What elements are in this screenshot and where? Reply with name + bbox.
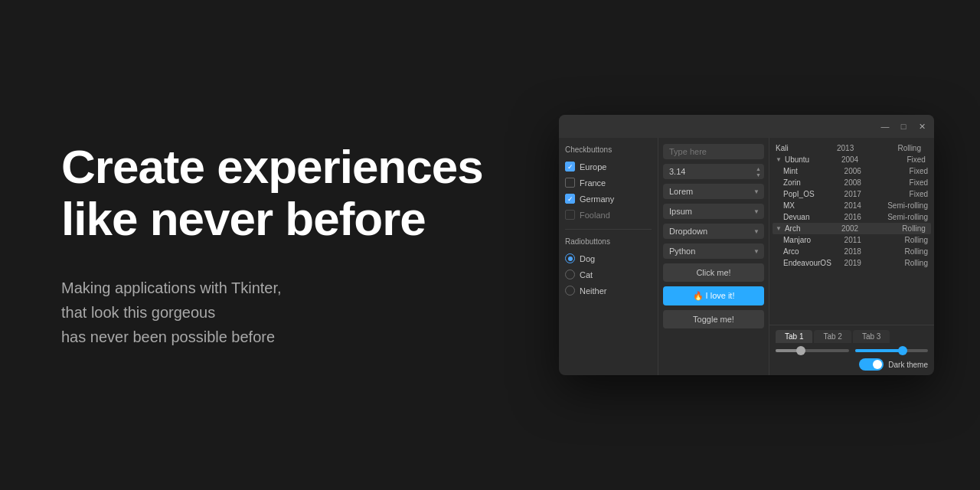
radiobuttons-label: Radiobuttons bbox=[565, 237, 652, 246]
radio-dog-circle[interactable] bbox=[565, 253, 575, 263]
checkbox-fooland-box[interactable] bbox=[565, 210, 575, 220]
radio-neither-circle[interactable] bbox=[565, 286, 575, 296]
list-item-zorin[interactable]: Zorin 2008 Fixed bbox=[773, 177, 931, 188]
tab-3-button[interactable]: Tab 3 bbox=[853, 330, 890, 343]
dropdown-lorem: Lorem ▼ bbox=[663, 184, 764, 199]
left-panel: Checkbuttons Europe France Germany Foola… bbox=[559, 138, 658, 375]
radio-dog[interactable]: Dog bbox=[565, 252, 652, 265]
list-item-endeavouros[interactable]: EndeavourOS 2019 Rolling bbox=[773, 257, 931, 269]
app-window: — □ ✕ Checkbuttons Europe France Germany… bbox=[559, 115, 934, 375]
radio-cat-circle[interactable] bbox=[565, 270, 575, 279]
app-body: Checkbuttons Europe France Germany Foola… bbox=[559, 138, 934, 375]
distro-list[interactable]: Kali 2013 Rolling ▼ Ubuntu 2004 Fixed Mi… bbox=[769, 138, 934, 325]
title-bar: — □ ✕ bbox=[559, 115, 934, 138]
tab-1-button[interactable]: Tab 1 bbox=[776, 330, 812, 343]
radio-neither[interactable]: Neither bbox=[565, 284, 652, 297]
checkbox-fooland-label: Fooland bbox=[580, 211, 610, 220]
left-section: Create experiences like never before Mak… bbox=[61, 141, 490, 349]
dropdown-ipsum-select[interactable]: Ipsum bbox=[663, 204, 764, 219]
checkbox-france[interactable]: France bbox=[565, 176, 652, 189]
list-item-arch[interactable]: ▼ Arch 2002 Rolling bbox=[773, 223, 931, 234]
checkbuttons-label: Checkbuttons bbox=[565, 145, 652, 154]
middle-panel: ▲ ▼ Lorem ▼ Ipsum ▼ Dropdown bbox=[658, 138, 769, 375]
list-item-mint[interactable]: Mint 2006 Fixed bbox=[773, 165, 931, 177]
checkbox-germany-box[interactable] bbox=[565, 194, 575, 204]
click-me-button[interactable]: Click me! bbox=[663, 263, 764, 282]
toggle-button[interactable]: Toggle me! bbox=[663, 310, 764, 328]
list-item-kali[interactable]: Kali 2013 Rolling bbox=[773, 142, 931, 154]
dropdown-ipsum: Ipsum ▼ bbox=[663, 204, 764, 219]
list-item-mx[interactable]: MX 2014 Semi-rolling bbox=[773, 200, 931, 211]
dropdown-dropdown-select[interactable]: Dropdown bbox=[663, 224, 764, 239]
checkbox-fooland[interactable]: Fooland bbox=[565, 208, 652, 221]
tab-2-button[interactable]: Tab 2 bbox=[814, 330, 851, 343]
checkbox-europe-label: Europe bbox=[580, 162, 606, 172]
text-input[interactable] bbox=[663, 144, 764, 159]
love-button[interactable]: 🔥 I love it! bbox=[663, 286, 764, 305]
right-panel: Kali 2013 Rolling ▼ Ubuntu 2004 Fixed Mi… bbox=[769, 138, 934, 375]
subheadline: Making applications with Tkinter, that l… bbox=[61, 276, 490, 349]
slider-2-thumb[interactable] bbox=[898, 346, 907, 355]
radio-dog-label: Dog bbox=[580, 254, 595, 263]
toggle-knob bbox=[873, 360, 882, 369]
list-item-poplos[interactable]: PopI_OS 2017 Fixed bbox=[773, 188, 931, 200]
dark-theme-row: Dark theme bbox=[776, 357, 928, 372]
arch-expand-arrow: ▼ bbox=[776, 225, 782, 232]
dark-theme-toggle[interactable] bbox=[859, 358, 884, 371]
checkbox-europe[interactable]: Europe bbox=[565, 160, 652, 173]
maximize-button[interactable]: □ bbox=[897, 120, 910, 132]
spinbox-arrows: ▲ ▼ bbox=[756, 166, 761, 178]
sliders-row bbox=[776, 349, 928, 352]
spinbox-down-arrow[interactable]: ▼ bbox=[756, 172, 761, 178]
dark-theme-label: Dark theme bbox=[888, 361, 928, 369]
separator bbox=[565, 229, 652, 230]
slider-2-track[interactable] bbox=[855, 349, 929, 352]
list-item-arco[interactable]: Arco 2018 Rolling bbox=[773, 246, 931, 257]
dropdown-lorem-select[interactable]: Lorem bbox=[663, 184, 764, 199]
slider-2-fill bbox=[855, 349, 903, 352]
headline: Create experiences like never before bbox=[61, 141, 490, 245]
list-item-manjaro[interactable]: Manjaro 2011 Rolling bbox=[773, 234, 931, 246]
tabs-area: Tab 1 Tab 2 Tab 3 bbox=[769, 325, 934, 375]
checkbox-europe-box[interactable] bbox=[565, 162, 575, 172]
checkbox-germany-label: Germany bbox=[580, 194, 614, 204]
list-item-devuan[interactable]: Devuan 2016 Semi-rolling bbox=[773, 211, 931, 223]
radio-neither-label: Neither bbox=[580, 286, 606, 296]
close-button[interactable]: ✕ bbox=[916, 120, 928, 132]
dropdown-python-select[interactable]: Python bbox=[663, 243, 764, 259]
radio-cat[interactable]: Cat bbox=[565, 268, 652, 281]
spinbox-wrapper: ▲ ▼ bbox=[663, 164, 764, 179]
slider-1-track[interactable] bbox=[776, 349, 849, 352]
minimize-button[interactable]: — bbox=[879, 120, 891, 132]
ubuntu-expand-arrow: ▼ bbox=[776, 156, 782, 163]
checkbox-france-label: France bbox=[580, 178, 606, 188]
slider-1-thumb[interactable] bbox=[796, 346, 805, 355]
spinbox-input[interactable] bbox=[663, 164, 764, 179]
checkbox-france-box[interactable] bbox=[565, 178, 575, 188]
tabs-row: Tab 1 Tab 2 Tab 3 bbox=[776, 330, 928, 343]
spinbox-up-arrow[interactable]: ▲ bbox=[756, 166, 761, 172]
list-item-ubuntu[interactable]: ▼ Ubuntu 2004 Fixed bbox=[773, 154, 931, 165]
dropdown-python: Python ▼ bbox=[663, 243, 764, 259]
dropdown-dropdown: Dropdown ▼ bbox=[663, 224, 764, 239]
radio-cat-label: Cat bbox=[580, 270, 593, 279]
checkbox-germany[interactable]: Germany bbox=[565, 192, 652, 205]
